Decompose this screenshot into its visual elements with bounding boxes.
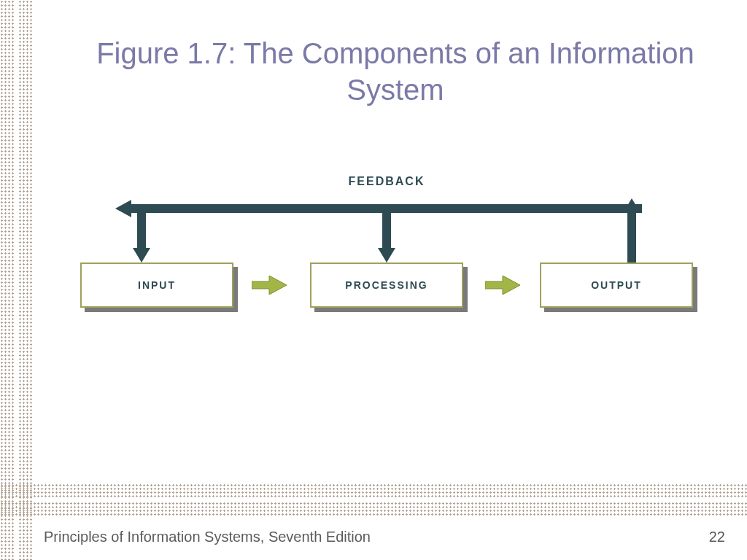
dotted-border-bottom-1 (0, 502, 747, 516)
processing-label: PROCESSING (345, 279, 427, 291)
output-box: OUTPUT (540, 262, 693, 308)
input-box: INPUT (80, 262, 233, 308)
output-label: OUTPUT (591, 279, 642, 291)
svg-marker-1 (115, 200, 131, 217)
arrow-processing-to-output (485, 276, 520, 295)
svg-rect-6 (627, 213, 636, 262)
dotted-border-left-1 (0, 0, 15, 560)
footer-text: Principles of Information Systems, Seven… (44, 529, 371, 545)
svg-marker-8 (252, 276, 287, 295)
svg-marker-5 (378, 248, 395, 262)
page-number: 22 (709, 529, 725, 545)
processing-box: PROCESSING (310, 262, 463, 308)
svg-marker-9 (485, 276, 520, 295)
feedback-label: FEEDBACK (80, 175, 693, 188)
slide-title: Figure 1.7: The Components of an Informa… (66, 35, 725, 108)
svg-rect-4 (382, 213, 391, 248)
svg-rect-0 (131, 204, 642, 213)
dotted-border-left-2 (18, 0, 33, 560)
dotted-border-bottom-2 (0, 483, 747, 498)
input-label: INPUT (138, 279, 176, 291)
arrow-input-to-processing (252, 276, 287, 295)
svg-marker-3 (133, 248, 150, 262)
diagram-container: FEEDBACK INPUT PROCESSING OUTPUT (80, 175, 693, 321)
svg-rect-2 (137, 213, 146, 248)
